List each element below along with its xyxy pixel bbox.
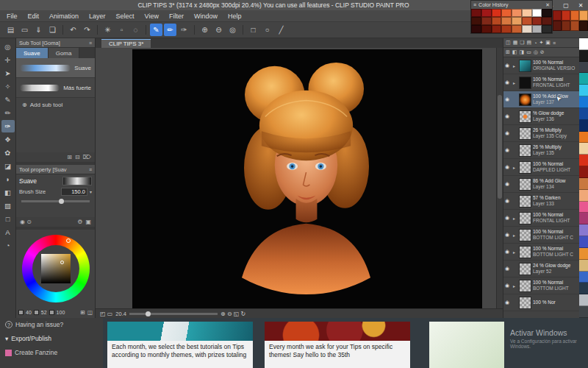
menu-layer[interactable]: Layer — [84, 10, 111, 22]
move-tool-icon[interactable]: ✛ — [1, 54, 15, 66]
menu-select[interactable]: Select — [111, 10, 140, 22]
color-swatch[interactable] — [579, 96, 588, 108]
menu-file[interactable]: File — [1, 10, 23, 22]
layers-header-icon[interactable]: ▭ — [526, 49, 531, 55]
history-color-swatch[interactable] — [501, 25, 512, 33]
color-swatch[interactable] — [579, 236, 588, 248]
layer-row[interactable]: ◉▸100 % NormalFRONTAL LIGHT — [503, 74, 579, 91]
layer-row[interactable]: ◉26 % MultiplyLayer 135 Copy — [503, 125, 579, 142]
visibility-eye-icon[interactable]: ◉ — [505, 113, 512, 119]
layer-row[interactable]: ◉▸100 % NormalBOTTOM LIGHT C — [503, 244, 579, 261]
undo-icon[interactable]: ↶ — [67, 24, 79, 36]
export-icon[interactable]: ❏ — [46, 24, 59, 36]
history-color-swatch[interactable] — [532, 25, 542, 33]
history-color-swatch[interactable] — [481, 25, 492, 33]
zoom-out-icon[interactable]: ⊖ — [212, 24, 225, 36]
statusbar-icon[interactable]: ↻ — [241, 311, 246, 317]
history-color-swatch[interactable] — [471, 17, 481, 25]
new-file-icon[interactable]: ▤ — [4, 24, 17, 36]
history-color-swatch[interactable] — [522, 9, 532, 17]
zoom-in-icon[interactable]: ⊕ — [198, 24, 211, 36]
visibility-eye-icon[interactable]: ◉ — [505, 96, 512, 102]
visibility-eye-icon[interactable]: ◉ — [505, 249, 512, 255]
layers-header-icon[interactable]: ▤ — [527, 40, 532, 46]
color-swatch[interactable] — [579, 213, 588, 224]
menu-window[interactable]: Window — [189, 10, 223, 22]
color-swatch[interactable] — [579, 62, 588, 74]
magnifier-icon[interactable]: ◎ — [226, 24, 239, 36]
having-issue-link[interactable]: ? Having an issue? — [5, 321, 98, 328]
history-color-swatch[interactable] — [542, 25, 552, 33]
color-swatch[interactable] — [579, 283, 588, 294]
layer-row[interactable]: ◉24 % Glow dodgeLayer 52 — [503, 261, 579, 277]
expand-arrow-icon[interactable]: ▸ — [513, 250, 517, 255]
news-card-partial[interactable] — [429, 322, 504, 368]
history-color-swatch[interactable] — [512, 9, 522, 17]
color-swatch[interactable] — [579, 202, 588, 213]
brush-size-input[interactable]: 150.0 — [61, 188, 87, 196]
menu-animation[interactable]: Animation — [44, 10, 84, 22]
history-color-swatch[interactable] — [471, 9, 481, 17]
close-button[interactable]: ✕ — [573, 0, 588, 10]
subtool-footer-icon[interactable]: ⊟ — [75, 154, 80, 160]
menu-edit[interactable]: Edit — [23, 10, 45, 22]
history-color-swatch[interactable] — [522, 17, 532, 25]
maximize-button[interactable]: ▢ — [559, 0, 573, 10]
lasso-icon[interactable]: ◌ — [129, 24, 142, 36]
scrollbar-thumb[interactable] — [498, 95, 502, 199]
open-file-icon[interactable]: ▭ — [18, 24, 31, 36]
line-tool-icon[interactable]: ╱ — [275, 24, 287, 36]
layer-row[interactable]: ◉▸100 % NormalDAPPLED LIGHT — [503, 159, 579, 176]
statusbar-icon[interactable]: ⊕ — [220, 311, 227, 317]
history-color-swatch[interactable] — [492, 9, 502, 17]
color-swatch[interactable] — [579, 143, 588, 155]
menu-filter[interactable]: Filter — [164, 10, 189, 22]
brush-size-slider[interactable] — [21, 200, 90, 202]
subtool-tab-suave[interactable]: Suave — [16, 48, 49, 58]
balloon-tool-icon[interactable]: ◔ — [1, 239, 15, 252]
visibility-eye-icon[interactable]: ◉ — [505, 283, 512, 289]
subtool-tab-goma[interactable]: Goma — [49, 48, 80, 58]
history-color-swatch[interactable] — [522, 25, 532, 33]
operation-tool-icon[interactable]: ➤ — [1, 67, 15, 79]
layers-header-icon[interactable]: ◨ — [520, 49, 525, 55]
visibility-eye-icon[interactable]: ◉ — [505, 130, 512, 136]
color-swatch[interactable] — [579, 166, 588, 178]
brush-mode-icon[interactable]: ✏ — [164, 24, 176, 36]
layers-header-icon[interactable]: ❏ — [520, 40, 524, 46]
layer-row[interactable]: ◉26 % MultiplyLayer 135 — [503, 142, 579, 159]
expand-arrow-icon[interactable]: ▸ — [513, 165, 517, 170]
sv-marker[interactable] — [60, 261, 64, 264]
history-color-swatch[interactable] — [501, 17, 512, 25]
color-swatch[interactable] — [579, 85, 588, 96]
fill-tool-icon[interactable]: ◧ — [1, 186, 15, 199]
color-swatch[interactable] — [579, 260, 588, 272]
tool-property-icon[interactable]: ◉ — [20, 219, 26, 225]
history-color-swatch[interactable] — [492, 25, 502, 33]
statusbar-icon[interactable]: ◰ — [100, 311, 107, 317]
visibility-eye-icon[interactable]: ◉ — [505, 63, 512, 68]
layer-row[interactable]: ◉86 % Add GlowLayer 134 — [503, 176, 579, 193]
color-swatch[interactable] — [579, 73, 588, 85]
visibility-eye-icon[interactable]: ◉ — [505, 147, 512, 153]
color-swatch[interactable] — [579, 248, 588, 260]
recent-color-swatch[interactable] — [579, 10, 588, 21]
history-color-swatch[interactable] — [542, 9, 552, 17]
history-color-swatch[interactable] — [532, 17, 542, 25]
symmetry-icon[interactable]: ✳ — [101, 24, 114, 36]
color-swatch[interactable] — [579, 224, 588, 236]
color-swatch[interactable] — [579, 120, 588, 132]
visibility-eye-icon[interactable]: ◉ — [505, 164, 512, 170]
layers-header-icon[interactable]: ≡ — [553, 40, 556, 46]
figure-tool-icon[interactable]: □ — [1, 213, 15, 225]
layers-header-icon[interactable]: ⊘ — [540, 49, 545, 55]
color-swatch[interactable] — [579, 178, 588, 190]
color-panel-icon[interactable]: ⊞ — [81, 309, 85, 316]
canvas-vertical-scrollbar[interactable] — [496, 48, 503, 308]
tool-property-icon[interactable]: ⊙ — [26, 219, 32, 225]
layer-row[interactable]: ◉▸100 % NormalFRONTAL LIGHT — [503, 210, 579, 227]
visibility-eye-icon[interactable]: ◉ — [505, 232, 512, 238]
zoom-knob[interactable] — [146, 311, 151, 316]
redo-icon[interactable]: ↷ — [81, 24, 93, 36]
history-color-swatch[interactable] — [481, 9, 492, 17]
